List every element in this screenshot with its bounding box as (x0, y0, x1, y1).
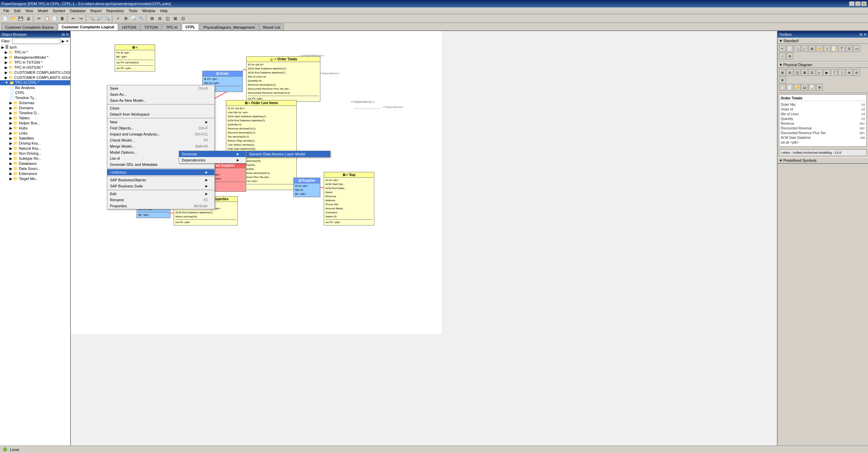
menu-file[interactable]: File (1, 8, 11, 13)
tree-biz-analysis[interactable]: 📄 Biz Analysis (0, 85, 70, 90)
tb-phys-3[interactable]: ◫ (794, 69, 801, 76)
menu-tools[interactable]: Tools (127, 8, 140, 13)
tb-phys-10[interactable]: ⊕ (846, 69, 852, 76)
tb-new[interactable]: 📄 (1, 15, 9, 22)
tb-icon-note[interactable]: 📝 (831, 45, 838, 52)
cm-check[interactable]: Check Model... F4 (107, 137, 214, 143)
maximize-button[interactable]: □ (855, 1, 861, 6)
tb-paste[interactable]: 📑 (51, 15, 58, 22)
tb-delete[interactable]: 🗑 (59, 15, 66, 22)
tb-generate[interactable]: ⚙ (122, 15, 129, 22)
tree-tables[interactable]: ▶ 📁 Tables (0, 116, 70, 121)
tb-open[interactable]: 📂 (9, 15, 17, 22)
tree-timeline-ty[interactable]: 📄 Timeline Ty... (0, 95, 70, 100)
tb-icon-zoom-out[interactable]: 🔎 (801, 45, 808, 52)
tree-ccs[interactable]: ▶ 📁 CUSTOMER COMPLAINTS SOURCE * (0, 75, 70, 80)
minimize-button[interactable]: − (849, 1, 855, 6)
tab-cfpl[interactable]: CFPL (182, 24, 199, 30)
tb-icon-zoom-rect[interactable]: ⊞ (809, 45, 815, 52)
tb-print[interactable]: 🖨 (25, 15, 32, 22)
tb-phys-17[interactable]: 📊 (809, 84, 815, 91)
tab-result-list[interactable]: Result List (259, 24, 284, 30)
tree-tstgin[interactable]: ▶ 📁 TPC-H TSTGIN * (0, 60, 70, 65)
tree-driving-key[interactable]: ▶ 📁 Driving Key... (0, 141, 70, 146)
tb-diagram[interactable]: ⊟ (156, 15, 164, 22)
tb-phys-16[interactable]: 🗂 (801, 84, 808, 91)
tb-report[interactable]: 📊 (130, 15, 137, 22)
tb-settings[interactable]: 🔧 (138, 15, 145, 22)
tb-phys-18[interactable]: ⚙ (816, 84, 823, 91)
tree-data-source[interactable]: ▶ 📁 Data Sourc... (0, 166, 70, 171)
tb-redo[interactable]: ↪ (77, 15, 85, 22)
tree-subtype[interactable]: ▶ 📁 Subtype Re... (0, 156, 70, 161)
tb-phys-2[interactable]: ⊟ (786, 69, 793, 76)
tree-management[interactable]: ▶ 📁 ManagementModel * (0, 55, 70, 60)
cm-find[interactable]: Find Objects... Ctrl+F (107, 125, 214, 131)
tree-databases[interactable]: ▶ 📁 Databases (0, 161, 70, 166)
cm-save-as[interactable]: Save As... (107, 91, 214, 97)
tb-section-predefined-header[interactable]: ▼ Predefined Symbols (778, 157, 868, 163)
ob-filter-clear[interactable]: ✕ (66, 39, 69, 43)
tb-icon-text[interactable]: T (838, 45, 845, 52)
tb-icon-ellipse[interactable]: ○ (779, 53, 786, 59)
tb-phys-5[interactable]: ⊡ (809, 69, 815, 76)
tree-links[interactable]: ▶ 📁 Links (0, 131, 70, 136)
sm-gen-gdal[interactable]: Generic Data Access Layer Model (247, 151, 330, 157)
cm-impact[interactable]: Impact and Lineage Analysis... Ctrl+F11 (107, 131, 214, 137)
menu-edit[interactable]: Edit (12, 8, 23, 13)
tb-icon-pan[interactable]: ✋ (816, 45, 823, 52)
tree-tpch-h[interactable]: ▶ 📁 TPC-H * (0, 50, 70, 55)
tree-ccl[interactable]: ▶ 📁 CUSTOMER COMPLAINTS LOGICAL * (0, 70, 70, 75)
tb-phys-9[interactable]: ⤵ (838, 69, 845, 76)
entity-sup-right[interactable]: ⊞ ≡ Sup ID int <pk> ACM Start Dat... ACM… (324, 172, 374, 225)
sm-dependencies[interactable]: Dependencies ▶ (179, 157, 246, 163)
cm-merge[interactable]: Merge Model... Shift+F6 (107, 143, 214, 149)
tb-ext[interactable]: ⊡ (179, 15, 187, 22)
tb-phys-11[interactable]: ⊖ (853, 69, 860, 76)
tree-non-driving[interactable]: ▶ 📁 Non Driving... (0, 151, 70, 156)
sm-generate[interactable]: Generate ▶ (179, 151, 246, 157)
tree-target-mo[interactable]: ▶ 📁 Target Mo... (0, 176, 70, 181)
tb-icon-link[interactable]: ⤵ (823, 45, 830, 52)
tb-icon-zoom-in[interactable]: 🔍 (794, 45, 801, 52)
tb-phys-6[interactable]: ▷ (816, 69, 823, 76)
tb-phys-1[interactable]: ⊞ (779, 69, 786, 76)
tb-copy[interactable]: 📋 (43, 15, 51, 22)
tab-hstgin[interactable]: HSTGIN (119, 24, 140, 30)
ob-filter-apply[interactable]: ▶ (62, 39, 64, 43)
close-button[interactable]: ✕ (861, 1, 867, 6)
tree-helper-bus[interactable]: ▶ 📁 Helper Bus... (0, 121, 70, 126)
tab-tstgin[interactable]: TSTGIN (141, 24, 162, 30)
cm-new[interactable]: New ▶ (107, 119, 214, 125)
cm-detach[interactable]: Detach from Workspace (107, 111, 214, 117)
cm-sap-bs[interactable]: SAP Business Suite ▶ (107, 183, 214, 189)
tab-tpc-h[interactable]: TPC-H (162, 24, 181, 30)
cm-irefactory[interactable]: i-refactory ▶ (107, 169, 214, 175)
tb-cut[interactable]: ✂ (35, 15, 43, 22)
cm-sap-bo[interactable]: SAP BusinessObjects ▶ (107, 177, 214, 183)
tb-icon-line[interactable]: ⊡ (846, 45, 852, 52)
cm-properties[interactable]: Properties Alt+Enter (107, 203, 214, 209)
tb-find[interactable]: 🔍 (88, 15, 95, 22)
tb-undo[interactable]: ↩ (69, 15, 77, 22)
tree-hstgin[interactable]: ▶ 📁 TPC-H HSTGIN * (0, 65, 70, 70)
tb-section-standard-header[interactable]: ▼ Standard (778, 38, 868, 44)
menu-symbol[interactable]: Symbol (51, 8, 67, 13)
tree-natural-key[interactable]: ▶ 📁 Natural Key... (0, 146, 70, 151)
tree-extensions[interactable]: ▶ 📁 Extensions (0, 171, 70, 176)
tb-phys-14[interactable]: 📑 (786, 84, 793, 91)
menu-window[interactable]: Window (140, 8, 157, 13)
cm-edit[interactable]: Edit ▶ (107, 191, 214, 197)
menu-report[interactable]: Report (88, 8, 104, 13)
tab-customer-complaints-logical[interactable]: Customer Complaints Logical (58, 24, 118, 30)
tb-view[interactable]: ◫ (164, 15, 171, 22)
cm-save-as-new[interactable]: Save As New Model... (107, 97, 214, 103)
tb-phys-12[interactable]: ⊗ (779, 77, 786, 83)
menu-model[interactable]: Model (36, 8, 50, 13)
tb-check[interactable]: ✓ (114, 15, 122, 22)
tree-cfpl[interactable]: ▼ 📁 TPC-H CFPL * (0, 80, 70, 85)
tb-save[interactable]: 💾 (17, 15, 24, 22)
tree-tpch[interactable]: ▶ 🗄 tpch (0, 45, 70, 50)
tb-table[interactable]: ⊞ (148, 15, 156, 22)
menu-repository[interactable]: Repository (104, 8, 126, 13)
